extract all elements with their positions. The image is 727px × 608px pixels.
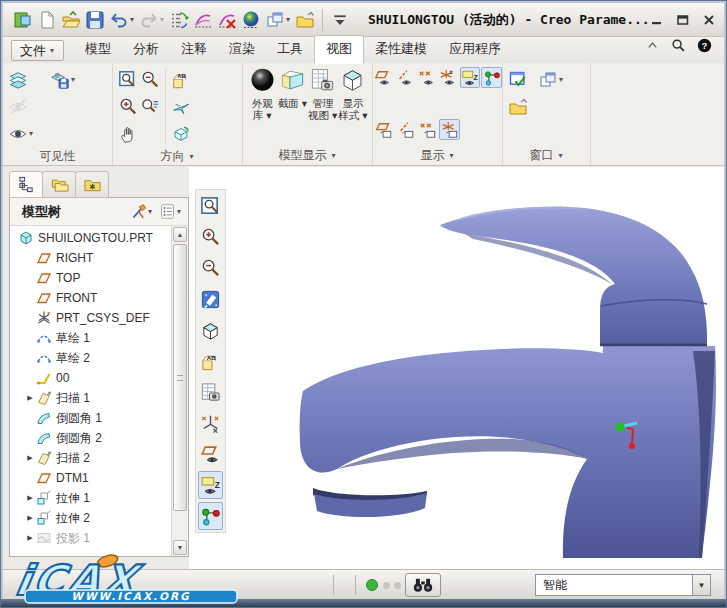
group-label-orientation[interactable]: 方向▾ (113, 147, 242, 165)
tree-item[interactable]: ▶投影 1 (10, 528, 171, 548)
model-tree-tab[interactable] (9, 171, 43, 198)
zoom-out-button[interactable] (139, 66, 161, 93)
analysis-cancel-button[interactable] (215, 7, 239, 33)
ribbon-collapse-button[interactable] (643, 32, 662, 58)
tree-item[interactable]: SHUILONGTOU.PRT (10, 228, 171, 248)
csys-display-button[interactable] (438, 67, 459, 88)
tree-item[interactable]: ▶拉伸 1 (10, 488, 171, 508)
find-button[interactable] (405, 573, 441, 597)
group-label-window[interactable]: 窗口▾ (503, 146, 590, 165)
close-window-folder-button[interactable] (293, 7, 317, 33)
favorites-tab[interactable] (75, 171, 109, 198)
repaint-button[interactable] (198, 285, 223, 313)
chevron-down-icon[interactable]: ▾ (70, 75, 76, 84)
selection-filter-select[interactable]: 智能 ▼ (535, 574, 711, 596)
named-views-button[interactable]: AB (198, 347, 223, 375)
spin-center-button[interactable] (198, 502, 223, 530)
annotation-display-button[interactable]: Z (460, 67, 481, 88)
expand-arrow-icon[interactable]: ▶ (24, 494, 36, 502)
graphics-area[interactable] (189, 167, 724, 569)
datum-display-filters-button[interactable] (198, 409, 223, 437)
group-label-model-display[interactable]: 模型显示▾ (243, 146, 372, 165)
restore-button[interactable] (676, 14, 690, 26)
windows-cascade-button[interactable]: ▾ (263, 7, 293, 33)
refit-button[interactable] (198, 192, 223, 220)
tree-item[interactable]: 倒圆角 1 (10, 408, 171, 428)
unhide-button[interactable] (7, 93, 35, 120)
chevron-down-icon[interactable]: ▾ (129, 15, 135, 24)
fly-through-button[interactable] (170, 93, 192, 120)
eye-button[interactable]: ▾ (7, 120, 35, 147)
tab-柔性建模[interactable]: 柔性建模 (364, 36, 438, 63)
activate-window-button[interactable] (507, 66, 529, 93)
render-sphere-button[interactable] (239, 7, 263, 33)
group-label-show[interactable]: 显示▾ (373, 146, 502, 165)
tab-视图[interactable]: 视图 (314, 35, 364, 64)
tab-应用程序[interactable]: 应用程序 (438, 36, 512, 63)
tree-item[interactable]: RIGHT (10, 248, 171, 268)
named-views-button[interactable]: AB (170, 66, 192, 93)
spin-center-button[interactable] (481, 67, 502, 88)
app-button[interactable] (11, 7, 35, 33)
tab-分析[interactable]: 分析 (122, 36, 170, 63)
search-button[interactable] (669, 32, 688, 58)
standard-orientation-button[interactable] (170, 120, 192, 147)
new-file-button[interactable] (35, 7, 59, 33)
tree-item[interactable]: PRT_CSYS_DEF (10, 308, 171, 328)
regenerate-button[interactable] (167, 7, 191, 33)
tree-item[interactable]: FRONT (10, 288, 171, 308)
tree-item[interactable]: ▶拉伸 2 (10, 508, 171, 528)
tab-工具[interactable]: 工具 (266, 36, 314, 63)
tree-item[interactable]: DTM1 (10, 468, 171, 488)
close-button[interactable] (702, 14, 716, 26)
tree-item[interactable]: 倒圆角 2 (10, 428, 171, 448)
faucet-model[interactable] (283, 191, 727, 571)
tree-item[interactable]: ▶扫描 1 (10, 388, 171, 408)
tree-settings-button[interactable]: ▾ (157, 199, 184, 225)
zoom-in-button[interactable] (117, 93, 139, 120)
axis-tag-display-button[interactable] (395, 119, 416, 140)
help-button[interactable]: ? (695, 32, 714, 58)
chevron-down-icon[interactable]: ▼ (692, 575, 710, 595)
chevron-down-icon[interactable]: ▾ (28, 129, 34, 138)
layers-button[interactable] (7, 66, 35, 93)
chevron-down-icon[interactable]: ▾ (176, 207, 182, 216)
chevron-down-icon[interactable]: ▾ (159, 15, 165, 24)
plane-tag-display-button[interactable] (373, 119, 394, 140)
tree-item[interactable]: 草绘 1 (10, 328, 171, 348)
close-window-folder-button[interactable] (507, 93, 529, 120)
saved-orientations-button[interactable] (139, 93, 161, 120)
tree-tools-button[interactable]: ▾ (128, 199, 155, 225)
expand-arrow-icon[interactable]: ▶ (24, 534, 36, 542)
plane-display-button[interactable] (373, 67, 394, 88)
point-tag-display-button[interactable] (417, 119, 438, 140)
folder-browser-tab[interactable] (42, 171, 76, 198)
redo-button[interactable]: ▾ (137, 7, 167, 33)
scroll-up-arrow[interactable]: ▲ (173, 227, 187, 242)
tab-渲染[interactable]: 渲染 (218, 36, 266, 63)
chevron-down-icon[interactable]: ▾ (285, 15, 291, 24)
chevron-down-icon[interactable]: ▾ (558, 75, 564, 84)
tree-item[interactable]: 00 (10, 368, 171, 388)
windows-cascade-button[interactable]: ▾ (537, 66, 565, 93)
scroll-thumb[interactable] (173, 244, 187, 511)
open-file-button[interactable] (59, 7, 83, 33)
display-style-button[interactable]: 显示样式 ▾ (338, 66, 368, 146)
customize-quick-access-button[interactable] (328, 7, 352, 33)
display-style-small-button[interactable] (198, 316, 223, 344)
save-button[interactable] (83, 7, 107, 33)
tab-注释[interactable]: 注释 (170, 36, 218, 63)
csys-tag-display-button[interactable] (439, 119, 460, 140)
group-label-visibility[interactable]: 可见性 (3, 147, 112, 165)
chevron-down-icon[interactable]: ▾ (147, 207, 153, 216)
expand-arrow-icon[interactable]: ▶ (24, 454, 36, 462)
zoom-out-button[interactable] (198, 254, 223, 282)
zoom-region-button[interactable] (117, 66, 139, 93)
expand-arrow-icon[interactable]: ▶ (24, 514, 36, 522)
layer-save-status-button[interactable]: ▾ (49, 66, 77, 93)
view-manager-button[interactable]: 管理视图 ▾ (308, 66, 338, 146)
pan-hand-button[interactable] (117, 120, 139, 147)
minimize-button[interactable] (650, 14, 664, 26)
expand-arrow-icon[interactable]: ▶ (24, 394, 36, 402)
analysis-button[interactable] (191, 7, 215, 33)
